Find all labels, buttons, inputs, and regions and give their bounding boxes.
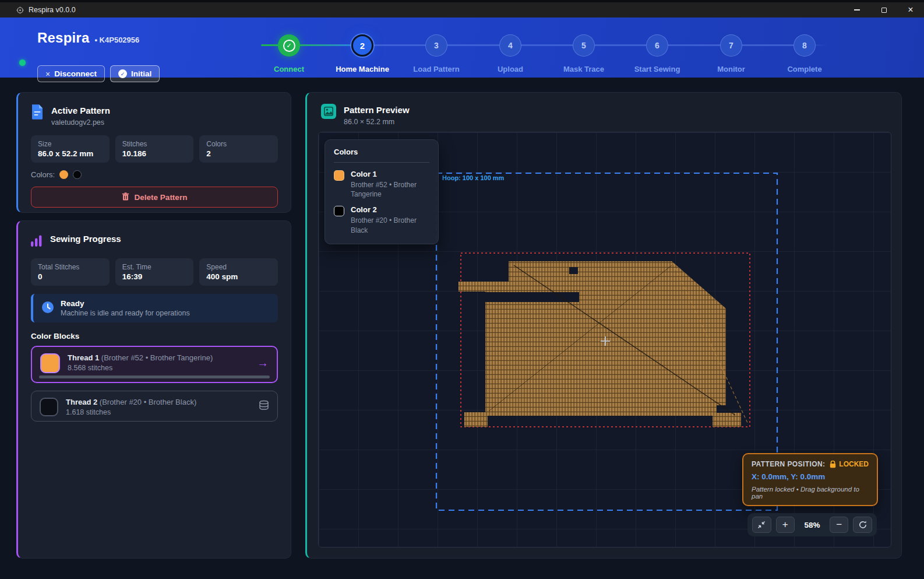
step-label-mask-trace[interactable]: Mask Trace <box>563 65 604 73</box>
window-controls: × <box>844 2 924 17</box>
stat-value: 86.0 x 52.2 mm <box>38 149 103 158</box>
thread-block-2[interactable]: Thread 2 (Brother #20 • Brother Black) 1… <box>31 391 278 422</box>
legend-title: Colors <box>334 148 429 156</box>
stat-value: 16:39 <box>122 272 187 281</box>
step-circle-complete[interactable]: 8 <box>793 34 816 57</box>
maximize-button[interactable] <box>870 2 897 17</box>
disconnect-label: Disconnect <box>54 69 97 78</box>
step-circle-home-machine[interactable]: 2 <box>351 34 373 57</box>
close-button[interactable]: × <box>897 2 924 17</box>
machine-status-box: Ready Machine is idle and ready for oper… <box>31 294 278 322</box>
minimize-button[interactable] <box>844 2 870 17</box>
arrow-right-icon: → <box>257 356 269 370</box>
stat-speed: Speed 400 spm <box>199 258 278 286</box>
window-title: Respira v0.0.0 <box>29 6 76 14</box>
color-blocks-heading: Color Blocks <box>31 332 278 341</box>
step-circle-connect[interactable]: ✓ <box>278 34 300 57</box>
stat-label: Total Stitches <box>38 263 103 271</box>
zoom-in-button[interactable]: + <box>776 517 795 533</box>
step-circle-start-sewing[interactable]: 6 <box>646 34 668 57</box>
initial-label: Initial <box>131 69 151 78</box>
thread-block-1[interactable]: Thread 1 (Brother #52 • Brother Tangerin… <box>31 346 278 383</box>
thread-1-name: Thread 1 <box>68 353 99 362</box>
step-number: 4 <box>508 41 513 50</box>
legend-divider <box>334 162 429 163</box>
color-dot-orange <box>59 170 68 179</box>
layers-icon <box>259 400 269 413</box>
zoom-out-button[interactable]: − <box>830 517 849 533</box>
delete-pattern-button[interactable]: Delete Pattern <box>31 187 278 208</box>
bar-chart-icon <box>31 233 43 250</box>
step-label-home-machine[interactable]: Home Machine <box>336 65 389 73</box>
workflow-stepper: ✓ 2 3 4 5 6 7 8 Connect Home Machine Loa… <box>256 34 845 76</box>
app-header: Respira • K4P502956 × Disconnect ✓ Initi… <box>0 17 924 78</box>
stat-est-time: Est. Time 16:39 <box>115 258 194 286</box>
preview-canvas[interactable]: Hoop: 100 x 100 mm Colors Color 1 Brothe… <box>318 132 891 548</box>
stat-label: Est. Time <box>122 263 187 271</box>
colors-label: Colors: <box>31 170 55 179</box>
step-number: 5 <box>581 41 586 50</box>
stat-stitches: Stitches 10.186 <box>115 135 194 163</box>
active-pattern-title: Active Pattern <box>51 104 110 115</box>
trash-icon <box>122 192 129 202</box>
image-icon <box>321 104 336 119</box>
position-title: PATTERN POSITION: <box>752 460 825 468</box>
stat-colors: Colors 2 <box>199 135 278 163</box>
step-circle-monitor[interactable]: 7 <box>720 34 742 57</box>
stat-total-stitches: Total Stitches 0 <box>31 258 110 286</box>
step-label-start-sewing[interactable]: Start Sewing <box>634 65 680 73</box>
pattern-preview-panel: Pattern Preview 86.0 × 52.2 mm <box>305 92 902 559</box>
refresh-icon <box>858 520 867 529</box>
clock-icon <box>41 301 54 316</box>
status-description: Machine is idle and ready for operations <box>61 309 190 317</box>
step-label-load-pattern[interactable]: Load Pattern <box>413 65 459 73</box>
stat-label: Stitches <box>122 140 187 148</box>
sewing-progress-card: Sewing Progress Total Stitches 0 Est. Ti… <box>16 220 291 559</box>
color-1-name: Color 1 <box>351 170 428 178</box>
thread-2-name: Thread 2 <box>66 398 97 406</box>
pattern-stats: Size 86.0 x 52.2 mm Stitches 10.186 Colo… <box>31 135 278 163</box>
connection-status-dot <box>19 59 26 66</box>
thread-1-progress-bar <box>39 376 270 378</box>
step-label-monitor[interactable]: Monitor <box>717 65 745 73</box>
active-pattern-header: Active Pattern valetudogv2.pes <box>31 104 278 127</box>
step-label-connect[interactable]: Connect <box>274 65 304 73</box>
zoom-level: 58% <box>799 521 825 529</box>
stat-label: Colors <box>206 140 271 148</box>
step-label-complete[interactable]: Complete <box>787 65 821 73</box>
step-number: 3 <box>434 41 439 50</box>
thread-1-swatch <box>40 353 60 373</box>
locked-badge: LOCKED <box>830 460 869 468</box>
thread-1-detail: (Brother #52 • Brother Tangerine) <box>101 353 213 362</box>
color-2-name: Color 2 <box>351 205 428 214</box>
step-number: 8 <box>802 41 807 50</box>
pattern-colors-row: Colors: <box>31 170 278 179</box>
active-pattern-card: Active Pattern valetudogv2.pes Size 86.0… <box>16 92 291 213</box>
color-1-detail: Brother #52 • Brother Tangerine <box>351 180 428 199</box>
step-number: 2 <box>360 41 365 51</box>
stat-value: 0 <box>38 272 103 281</box>
pattern-position-overlay: PATTERN POSITION: LOCKED X: 0.0mm, Y: 0.… <box>742 453 878 506</box>
step-circle-load-pattern[interactable]: 3 <box>425 34 447 57</box>
stat-value: 400 spm <box>206 272 271 281</box>
legend-item-color2: Color 2 Brother #20 • Brother Black <box>334 205 429 234</box>
plus-icon: + <box>782 519 788 531</box>
step-number: 7 <box>729 41 733 50</box>
fit-to-view-button[interactable] <box>752 517 771 533</box>
pattern-preview-title: Pattern Preview <box>344 104 410 115</box>
thread-2-detail: (Brother #20 • Brother Black) <box>100 398 196 406</box>
thread-1-stitches: 8.568 stitches <box>68 364 213 372</box>
sewing-progress-header: Sewing Progress <box>31 233 278 250</box>
main-content: Active Pattern valetudogv2.pes Size 86.0… <box>0 78 924 579</box>
stat-label: Speed <box>206 263 271 271</box>
step-circle-mask-trace[interactable]: 5 <box>573 34 595 57</box>
minimize-icon <box>854 9 860 10</box>
stat-size: Size 86.0 x 52.2 mm <box>31 135 110 163</box>
step-number: 6 <box>655 41 660 50</box>
delete-pattern-label: Delete Pattern <box>135 193 188 202</box>
step-circle-upload[interactable]: 4 <box>499 34 521 57</box>
step-label-upload[interactable]: Upload <box>498 65 523 73</box>
sewing-progress-title: Sewing Progress <box>50 233 121 250</box>
stat-value: 2 <box>206 149 271 158</box>
reset-view-button[interactable] <box>853 517 872 533</box>
